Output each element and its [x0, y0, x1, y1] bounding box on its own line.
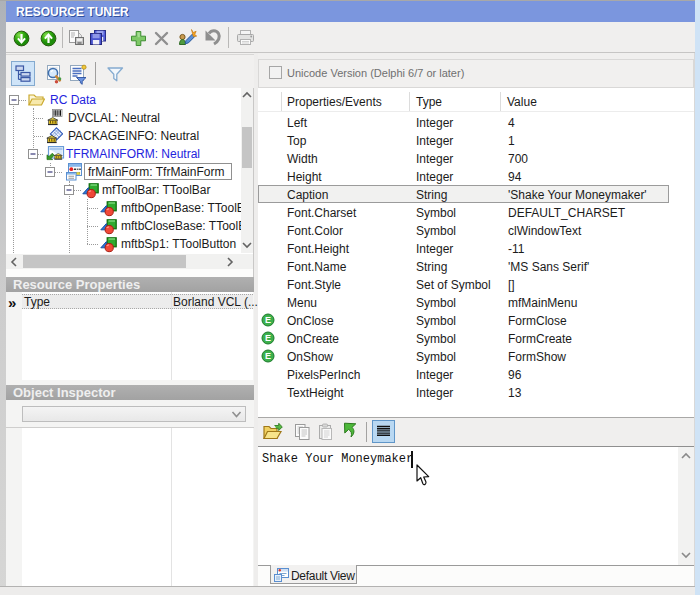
svg-text:E: E [265, 351, 271, 361]
svg-text:E: E [265, 315, 271, 325]
svg-text:E: E [265, 333, 271, 343]
